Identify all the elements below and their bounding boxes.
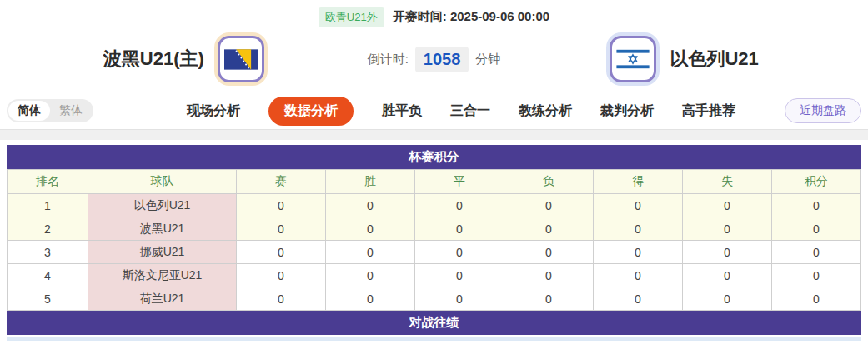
tab-live-analysis[interactable]: 现场分析 [187,102,240,120]
stat-cell: 0 [326,287,415,311]
col-goals-against: 失 [683,170,772,194]
next-table-edge [7,337,861,341]
team-header: 波黑U21(主) 倒计时: 1058 分钟 [0,27,868,92]
countdown-unit: 分钟 [475,52,500,67]
team-cell: 荷兰U21 [88,287,237,311]
kickoff-time: 开赛时间: 2025-09-06 00:00 [393,9,549,25]
tab-referee-analysis[interactable]: 裁判分析 [600,102,654,120]
tab-win-draw-lose[interactable]: 胜平负 [382,102,422,120]
home-team-name: 波黑U21(主) [103,47,204,72]
rank-cell: 5 [8,287,88,311]
countdown-value: 1058 [415,47,469,72]
stat-cell: 0 [683,217,772,241]
col-rank: 排名 [8,170,88,194]
kickoff-label: 开赛时间: [393,9,447,23]
tab-data-analysis[interactable]: 数据分析 [268,97,354,126]
israel-flag [616,47,650,71]
stat-cell: 0 [237,264,326,287]
stat-cell: 0 [415,217,504,241]
stat-cell: 0 [594,264,683,287]
table-row: 4 斯洛文尼亚U21 0 0 0 0 0 0 0 [8,264,861,287]
cup-standings-section: 杯赛积分 排名 球队 赛 胜 平 负 得 失 积分 1 以色列U21 0 [7,145,861,311]
stat-cell: 0 [415,194,504,217]
stat-cell: 0 [504,217,594,241]
stat-cell: 0 [415,264,504,287]
stat-cell: 0 [683,241,772,264]
lang-traditional[interactable]: 繁体 [50,101,92,121]
col-wins: 胜 [326,170,415,194]
stat-cell: 0 [415,287,504,311]
match-info-bar: 欧青U21外 开赛时间: 2025-09-06 00:00 [0,0,868,27]
stat-cell: 0 [683,194,772,217]
section-divider [0,129,868,140]
standings-header-row: 排名 球队 赛 胜 平 负 得 失 积分 [8,170,861,194]
stat-cell: 0 [326,241,415,264]
stat-cell: 0 [504,194,594,217]
stat-cell: 0 [772,241,861,264]
col-points: 积分 [772,170,861,194]
stat-cell: 0 [504,241,594,264]
col-played: 赛 [237,170,326,194]
stat-cell: 0 [415,241,504,264]
col-losses: 负 [504,170,594,194]
stat-cell: 0 [772,194,861,217]
lang-simplified[interactable]: 简体 [8,101,50,121]
bosnia-flag [224,49,258,70]
team-cell: 以色列U21 [88,194,237,217]
stat-cell: 0 [237,217,326,241]
stat-cell: 0 [683,264,772,287]
stat-cell: 0 [237,194,326,217]
away-team-side: 以色列U21 [500,36,868,82]
table-row: 1 以色列U21 0 0 0 0 0 0 0 [8,194,861,217]
bosnia-flag-icon [218,36,264,82]
tab-expert-picks[interactable]: 高手推荐 [682,102,735,120]
stat-cell: 0 [326,194,415,217]
home-team-side: 波黑U21(主) [0,36,368,82]
stat-cell: 0 [594,194,683,217]
rank-cell: 3 [8,241,88,264]
stat-cell: 0 [237,287,326,311]
standings-title: 杯赛积分 [7,145,861,169]
tab-list: 现场分析 数据分析 胜平负 三合一 教练分析 裁判分析 高手推荐 [187,97,735,126]
stat-cell: 0 [326,264,415,287]
rank-cell: 2 [8,217,88,241]
israel-flag-icon [610,36,656,82]
team-cell: 波黑U21 [88,217,237,241]
standings-table: 排名 球队 赛 胜 平 负 得 失 积分 1 以色列U21 0 0 0 0 0 … [7,169,861,311]
tab-three-in-one[interactable]: 三合一 [450,102,490,120]
recent-odds-button[interactable]: 近期盘路 [785,98,861,123]
stat-cell: 0 [594,217,683,241]
table-row: 2 波黑U21 0 0 0 0 0 0 0 [8,217,861,241]
tab-coach-analysis[interactable]: 教练分析 [519,102,572,120]
table-row: 3 挪威U21 0 0 0 0 0 0 0 [8,241,861,264]
countdown: 倒计时: 1058 分钟 [368,47,501,72]
rank-cell: 4 [8,264,88,287]
kickoff-value: 2025-09-06 00:00 [450,9,549,23]
rank-cell: 1 [8,194,88,217]
stat-cell: 0 [772,217,861,241]
stat-cell: 0 [683,287,772,311]
stat-cell: 0 [504,264,594,287]
stat-cell: 0 [772,264,861,287]
stat-cell: 0 [772,287,861,311]
col-goals-for: 得 [594,170,683,194]
stat-cell: 0 [504,287,594,311]
away-team-name: 以色列U21 [670,47,758,72]
team-cell: 斯洛文尼亚U21 [88,264,237,287]
language-toggle[interactable]: 简体 繁体 [7,99,93,122]
analysis-nav: 简体 繁体 现场分析 数据分析 胜平负 三合一 教练分析 裁判分析 高手推荐 近… [0,92,868,129]
stat-cell: 0 [237,241,326,264]
col-draws: 平 [415,170,504,194]
countdown-label: 倒计时: [368,52,409,67]
table-row: 5 荷兰U21 0 0 0 0 0 0 0 [8,287,861,311]
league-badge: 欧青U21外 [319,7,384,27]
stat-cell: 0 [594,241,683,264]
col-team: 球队 [88,170,237,194]
stat-cell: 0 [326,217,415,241]
stat-cell: 0 [594,287,683,311]
team-cell: 挪威U21 [88,241,237,264]
head-to-head-title: 对战往绩 [7,311,861,335]
